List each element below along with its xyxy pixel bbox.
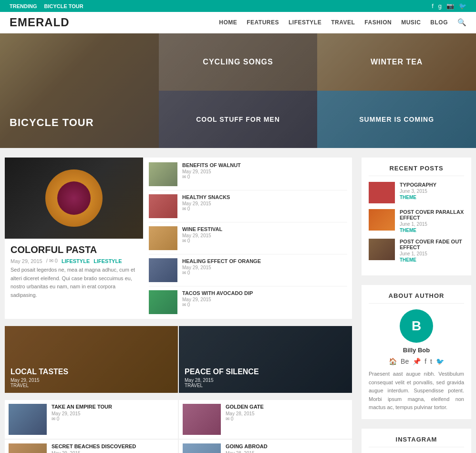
main-nav: HOME FEATURES LIFESTYLE TRAVEL FASHION M… [219, 18, 466, 27]
nav-home[interactable]: HOME [219, 19, 237, 26]
side-post-date-3: May 29, 2015 [182, 265, 347, 270]
nav-travel[interactable]: TRAVEL [331, 19, 355, 26]
side-post-comments-1: ✉ 0 [182, 206, 347, 211]
nav-lifestyle[interactable]: LIFESTYLE [289, 19, 321, 26]
side-post-title-0: BENEFITS OF WALNUT [182, 162, 347, 168]
recent-post-0[interactable]: TYPOGRAPHY June 3, 2015 THEME [369, 182, 464, 203]
hero-winter-tea[interactable]: WINTER TEA [317, 33, 476, 91]
side-post-date-1: May 29, 2015 [182, 201, 347, 206]
site-logo[interactable]: EMERALD [10, 16, 70, 29]
side-posts-list: BENEFITS OF WALNUT May 29, 2015 ✉ 0 HEAL… [144, 158, 352, 319]
side-post-4[interactable]: TACOS WITH AVOCADO DIP May 29, 2015 ✉ 0 [149, 290, 347, 314]
side-post-date-2: May 29, 2015 [182, 233, 347, 238]
side-post-3[interactable]: HEALING EFFECT OF ORANGE May 29, 2015 ✉ … [149, 258, 347, 286]
small-post-left-0[interactable]: TAKE AN EMPIRE TOUR May 29, 2015 ✉ 0 [5, 400, 178, 439]
side-post-thumb-4 [149, 290, 177, 314]
small-post-info-left-0: TAKE AN EMPIRE TOUR May 29, 2015 ✉ 0 [52, 404, 112, 421]
author-avatar: B [400, 309, 433, 343]
side-post-0[interactable]: BENEFITS OF WALNUT May 29, 2015 ✉ 0 [149, 162, 347, 190]
large-card-peace-title: PEACE OF SILENCE [185, 368, 259, 376]
featured-post: COLORFUL PASTA May 29, 2015 / ✉ 0 LIFEST… [5, 158, 143, 319]
twitter-icon[interactable]: 🐦 [459, 2, 466, 10]
top-bar-social: f g 📷 🐦 [432, 2, 466, 10]
small-posts-right-col: GOLDEN GATE May 28, 2015 ✉ 0 GOING ABROA… [179, 400, 352, 453]
hero-cycling-songs[interactable]: CYCLING SONGS [159, 33, 318, 91]
recent-post-tag-2[interactable]: THEME [400, 257, 464, 263]
side-post-info-2: WINE FESTIVAL May 29, 2015 ✉ 0 [182, 226, 347, 243]
small-posts-left-col: TAKE AN EMPIRE TOUR May 29, 2015 ✉ 0 SEC… [5, 400, 178, 453]
side-post-1[interactable]: HEALTHY SNACKS May 29, 2015 ✉ 0 [149, 194, 347, 222]
author-pin-icon[interactable]: 📌 [413, 358, 421, 365]
small-post-left-1[interactable]: SECRET BEACHES DISCOVERED May 29, 2015 ✉… [5, 440, 178, 453]
small-post-info-right-1: GOING ABROAD May 28, 2015 ✉ 0 [226, 443, 268, 453]
recent-post-tag-1[interactable]: THEME [400, 228, 464, 233]
bicycle-tour-link[interactable]: BICYCLE TOUR [44, 3, 83, 9]
featured-post-date: May 29, 2015 [10, 258, 42, 264]
top-bar: TRENDING BICYCLE TOUR f g 📷 🐦 [0, 0, 476, 12]
small-post-info-right-0: GOLDEN GATE May 28, 2015 ✉ 0 [226, 404, 264, 421]
main-content: COLORFUL PASTA May 29, 2015 / ✉ 0 LIFEST… [0, 158, 476, 453]
side-post-comments-0: ✉ 0 [182, 174, 347, 179]
large-card-peace-of-silence[interactable]: PEACE OF SILENCE May 28, 2015 TRAVEL [179, 326, 352, 393]
author-home-icon[interactable]: 🏠 [389, 358, 397, 365]
side-post-2[interactable]: WINE FESTIVAL May 29, 2015 ✉ 0 [149, 226, 347, 254]
small-post-right-1[interactable]: GOING ABROAD May 28, 2015 ✉ 0 [179, 440, 352, 453]
instagram-icon[interactable]: 📷 [446, 2, 454, 10]
large-card-local-tag: TRAVEL [10, 383, 68, 388]
recent-post-title-0: TYPOGRAPHY [400, 182, 436, 188]
recent-post-title-2: POST COVER FADE OUT EFFECT [400, 239, 464, 250]
side-post-thumb-3 [149, 258, 177, 282]
search-icon[interactable]: 🔍 [457, 18, 466, 27]
author-facebook-icon[interactable]: f [424, 358, 426, 365]
side-post-comments-2: ✉ 0 [182, 238, 347, 243]
featured-post-tag-label[interactable]: LIFESTYLE [93, 258, 122, 264]
side-post-title-3: HEALING EFFECT OF ORANGE [182, 258, 347, 264]
nav-blog[interactable]: BLOG [430, 19, 448, 26]
large-card-peace-info: PEACE OF SILENCE May 28, 2015 TRAVEL [185, 368, 259, 388]
recent-post-info-0: TYPOGRAPHY June 3, 2015 THEME [400, 182, 436, 200]
recent-posts-section: RECENT POSTS TYPOGRAPHY June 3, 2015 THE… [362, 158, 471, 275]
featured-post-image[interactable] [5, 158, 143, 239]
small-post-comments-left-0: ✉ 0 [52, 416, 112, 421]
small-post-info-left-1: SECRET BEACHES DISCOVERED May 29, 2015 ✉… [52, 443, 136, 453]
featured-post-meta: May 29, 2015 / ✉ 0 LIFESTYLE LIFESTYLE [10, 258, 137, 264]
recent-post-info-1: POST COVER PARALLAX EFFECT June 1, 2015 … [400, 209, 464, 233]
side-post-title-4: TACOS WITH AVOCADO DIP [182, 290, 347, 296]
featured-post-info: COLORFUL PASTA May 29, 2015 / ✉ 0 LIFEST… [5, 239, 143, 305]
large-card-local-title: LOCAL TASTES [10, 368, 68, 376]
nav-features[interactable]: FEATURES [247, 19, 279, 26]
recent-post-thumb-2 [369, 239, 395, 260]
featured-post-tag[interactable]: LIFESTYLE [62, 258, 90, 264]
author-twitter-icon[interactable]: 🐦 [436, 358, 444, 365]
facebook-icon[interactable]: f [432, 2, 434, 10]
hero-bicycle-tour[interactable]: BICYCLE TOUR [0, 33, 159, 148]
about-author-section: ABOUT AUTHOR B Billy Bob 🏠 Be 📌 f t 🐦 Pr… [362, 285, 471, 419]
small-post-title-left-0: TAKE AN EMPIRE TOUR [52, 404, 112, 410]
side-post-thumb-0 [149, 162, 177, 186]
side-post-thumb-2 [149, 226, 177, 250]
author-tumblr-icon[interactable]: t [430, 358, 432, 365]
recent-posts-title: RECENT POSTS [369, 165, 464, 176]
featured-post-title[interactable]: COLORFUL PASTA [10, 244, 137, 255]
nav-fashion[interactable]: FASHION [364, 19, 392, 26]
recent-post-2[interactable]: POST COVER FADE OUT EFFECT June 1, 2015 … [369, 239, 464, 263]
hero-summer-coming[interactable]: SUMMER IS COMING [317, 91, 476, 148]
nav-music[interactable]: MUSIC [401, 19, 421, 26]
small-post-thumb-right-1 [183, 443, 221, 453]
small-post-title-left-1: SECRET BEACHES DISCOVERED [52, 443, 136, 449]
trending-link[interactable]: TRENDING [10, 3, 37, 9]
recent-post-date-2: June 1, 2015 [400, 251, 464, 256]
small-post-thumb-left-1 [9, 443, 47, 453]
recent-post-1[interactable]: POST COVER PARALLAX EFFECT June 1, 2015 … [369, 209, 464, 233]
content-area: COLORFUL PASTA May 29, 2015 / ✉ 0 LIFEST… [5, 158, 352, 453]
small-post-right-0[interactable]: GOLDEN GATE May 28, 2015 ✉ 0 [179, 400, 352, 439]
top-bar-left: TRENDING BICYCLE TOUR [10, 3, 83, 9]
header: EMERALD HOME FEATURES LIFESTYLE TRAVEL F… [0, 12, 476, 33]
hero-cool-stuff[interactable]: COOL STUFF FOR MEN [159, 91, 318, 148]
side-post-info-0: BENEFITS OF WALNUT May 29, 2015 ✉ 0 [182, 162, 347, 179]
recent-post-tag-0[interactable]: THEME [400, 195, 436, 200]
recent-post-date-1: June 1, 2015 [400, 221, 464, 227]
google-plus-icon[interactable]: g [438, 2, 442, 10]
large-card-local-tastes[interactable]: LOCAL TASTES May 29, 2015 TRAVEL [5, 326, 178, 393]
author-behance-icon[interactable]: Be [401, 358, 409, 365]
